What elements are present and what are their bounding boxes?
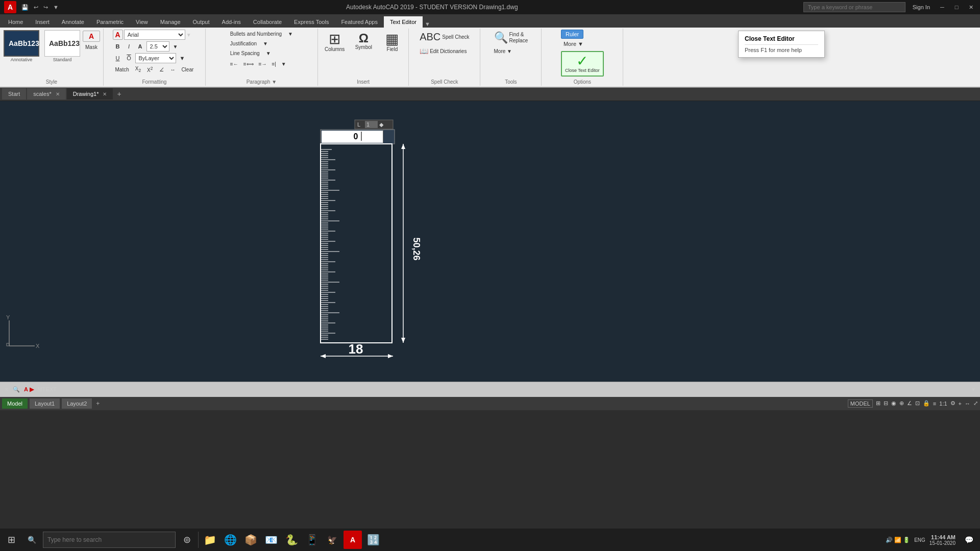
tools-more-btn[interactable]: More ▼ <box>491 47 516 56</box>
tab-view[interactable]: View <box>130 16 154 28</box>
status-snap[interactable]: ⊟ <box>884 400 888 407</box>
line-spacing-dropdown[interactable]: ▼ <box>264 49 273 58</box>
justification-btn[interactable]: Justification <box>228 39 259 48</box>
taskbar-notification[interactable]: 💬 <box>960 531 978 549</box>
paragraph-more-btn[interactable]: ▼ <box>279 60 288 68</box>
command-close-btn[interactable]: ✕ <box>4 386 9 393</box>
tab-collaborate[interactable]: Collaborate <box>247 16 288 28</box>
tab-texteditor[interactable]: Text Editor <box>384 16 423 28</box>
match-btn[interactable]: Match <box>113 66 132 73</box>
font-dropdown-arrow[interactable]: ▼ <box>186 32 191 38</box>
command-expand[interactable]: ▼ <box>971 387 976 392</box>
style-standard-btn[interactable]: AaBb123 <box>44 30 80 57</box>
bullets-dropdown[interactable]: ▼ <box>286 30 295 38</box>
layout-tab-layout2[interactable]: Layout2 <box>62 398 92 409</box>
status-ortho[interactable]: ◉ <box>891 400 896 407</box>
status-plus[interactable]: + <box>959 400 962 407</box>
status-polar[interactable]: ⊕ <box>899 400 904 407</box>
close-scales-tab[interactable]: ✕ <box>56 91 60 97</box>
layout-tab-model[interactable]: Model <box>2 398 28 409</box>
field-btn[interactable]: ▦ Field <box>379 30 405 55</box>
color-btn[interactable]: ▼ <box>170 43 181 51</box>
taskbar-autocad[interactable]: A <box>344 531 362 549</box>
status-model[interactable]: MODEL <box>848 399 873 408</box>
taskbar-calc[interactable]: 🔢 <box>364 531 382 549</box>
annotative-icon-btn[interactable]: A <box>83 31 100 42</box>
spell-check-btn[interactable]: ABC Spell Check <box>416 30 473 44</box>
taskbar-mail[interactable]: 📧 <box>262 531 280 549</box>
text-style-icon[interactable]: A <box>113 30 123 40</box>
add-doc-tab-btn[interactable]: + <box>114 90 124 98</box>
find-replace-btn[interactable]: 🔍 Find &Replace <box>491 30 532 46</box>
tab-featured[interactable]: Featured Apps <box>335 16 384 28</box>
tab-parametric[interactable]: Parametric <box>90 16 130 28</box>
taskbar-search-input[interactable] <box>43 532 176 548</box>
status-scale[interactable]: 1:1 <box>939 400 947 407</box>
close-text-editor-btn[interactable]: ✓ Close Text Editor <box>561 51 604 77</box>
taskbar-eagle[interactable]: 🦅 <box>323 531 341 549</box>
subscript-btn[interactable]: X2 <box>133 65 143 74</box>
taskview-btn[interactable]: ⊚ <box>178 531 196 549</box>
status-fullscreen[interactable]: ⤢ <box>973 400 978 407</box>
edit-dictionaries-btn[interactable]: 📖 Edit Dictionaries <box>416 45 473 57</box>
layer-dropdown[interactable]: ▼ <box>177 54 188 62</box>
underline-btn[interactable]: U <box>113 54 123 62</box>
layer-select[interactable]: ByLayer <box>135 53 176 63</box>
symbol-btn[interactable]: Ω Symbol <box>350 30 377 53</box>
taskbar-snake[interactable]: 🐍 <box>282 531 301 549</box>
style-annotative-btn[interactable]: AaBb123 <box>4 30 39 57</box>
taskbar-store[interactable]: 📦 <box>241 531 260 549</box>
justification-dropdown[interactable]: ▼ <box>261 39 270 48</box>
taskbar-files[interactable]: 📁 <box>201 531 219 549</box>
align-right-btn[interactable]: ≡→ <box>257 60 269 68</box>
quick-access-more[interactable]: ▼ <box>51 3 61 12</box>
taskbar-tray-icons[interactable]: 🔊 📶 🔋 <box>886 537 910 543</box>
text-height-btn[interactable]: A <box>135 42 145 51</box>
search-btn[interactable]: 🔍 <box>22 531 41 549</box>
columns-btn[interactable]: ⊞ Columns <box>321 30 348 55</box>
status-isnap[interactable]: ∠ <box>907 400 912 407</box>
tab-manage[interactable]: Manage <box>154 16 187 28</box>
tab-express[interactable]: Express Tools <box>288 16 335 28</box>
quick-access-save[interactable]: 💾 <box>19 3 31 12</box>
close-drawing1-tab[interactable]: ✕ <box>103 91 107 97</box>
app-icon[interactable]: A <box>4 1 16 13</box>
status-settings[interactable]: ⚙ <box>950 400 955 407</box>
tab-addins[interactable]: Add-ins <box>216 16 247 28</box>
tab-output[interactable]: Output <box>187 16 216 28</box>
minimize-btn[interactable]: ─ <box>937 3 947 12</box>
tab-annotate[interactable]: Annotate <box>56 16 90 28</box>
quick-access-undo[interactable]: ↩ <box>32 3 40 12</box>
italic-btn[interactable]: I <box>124 42 134 51</box>
font-select[interactable]: Arial <box>124 30 185 40</box>
tab-home[interactable]: Home <box>2 16 29 28</box>
sign-in-btn[interactable]: Sign In <box>910 3 933 11</box>
maximize-btn[interactable]: □ <box>951 3 962 12</box>
taskbar-phone[interactable]: 📱 <box>303 531 321 549</box>
superscript-btn[interactable]: X2 <box>144 65 155 74</box>
doc-tab-drawing1[interactable]: Drawing1* ✕ <box>67 88 113 99</box>
status-dtrack[interactable]: ⊡ <box>915 400 920 407</box>
doc-tab-start[interactable]: Start <box>2 88 26 99</box>
layout-tab-layout1[interactable]: Layout1 <box>30 398 60 409</box>
status-lineweight[interactable]: ≡ <box>933 400 936 407</box>
paragraph-expand[interactable]: ▼ <box>272 79 277 85</box>
tracking-btn[interactable]: ↔ <box>167 66 178 73</box>
clear-btn[interactable]: Clear <box>179 66 196 73</box>
oblique-btn[interactable]: ∠ <box>156 66 166 73</box>
status-lock[interactable]: 🔒 <box>923 400 930 407</box>
add-layout-tab-btn[interactable]: + <box>94 400 102 407</box>
close-btn[interactable]: ✕ <box>966 3 976 12</box>
align-left-btn[interactable]: ≡← <box>228 60 240 68</box>
tab-insert[interactable]: Insert <box>29 16 56 28</box>
status-grid[interactable]: ⊞ <box>876 400 880 407</box>
bullets-numbering-btn[interactable]: Bullets and Numbering <box>228 30 284 38</box>
align-center-btn[interactable]: ≡⟺ <box>241 60 256 68</box>
title-search-input[interactable] <box>803 2 905 12</box>
overline-btn[interactable]: Ō <box>124 54 134 62</box>
tab-dropdown[interactable]: ▼ <box>425 20 430 28</box>
start-menu-btn[interactable]: ⊞ <box>2 531 20 549</box>
options-more-btn[interactable]: More ▼ <box>561 40 586 48</box>
align-justify-btn[interactable]: ≡| <box>270 60 278 68</box>
bold-btn[interactable]: B <box>113 42 123 51</box>
